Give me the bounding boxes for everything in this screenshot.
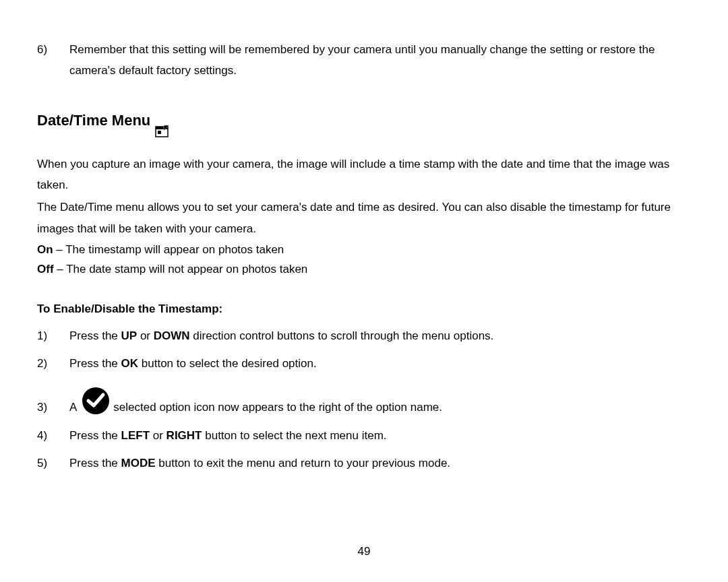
- list-content: Press the OK button to select the desire…: [69, 353, 691, 374]
- svg-rect-1: [158, 131, 161, 134]
- text: or: [137, 329, 154, 342]
- text: selected option icon now appears to the …: [113, 397, 442, 418]
- heading-text: Date/Time Menu: [37, 107, 150, 135]
- text: Press the: [69, 357, 121, 370]
- prior-list-item-6: 6) Remember that this setting will be re…: [37, 39, 691, 82]
- list-number: 4): [37, 425, 69, 446]
- step-4: 4) Press the LEFT or RIGHT button to sel…: [37, 425, 691, 446]
- text: Press the: [69, 429, 121, 442]
- list-number: 3): [37, 381, 69, 418]
- page-number: 49: [0, 541, 728, 562]
- step-3: 3) A selected option icon now appears to…: [37, 381, 691, 418]
- calendar-icon: [154, 120, 171, 135]
- bold-up: UP: [121, 329, 138, 342]
- intro-paragraph-2: The Date/Time menu allows you to set you…: [37, 197, 691, 239]
- off-label: Off: [37, 263, 54, 276]
- bold-ok: OK: [121, 357, 139, 370]
- step-2: 2) Press the OK button to select the des…: [37, 353, 691, 374]
- bold-right: RIGHT: [166, 429, 202, 442]
- list-number: 6): [37, 39, 69, 82]
- list-content: Press the UP or DOWN direction control b…: [69, 325, 691, 346]
- list-content: A selected option icon now appears to th…: [69, 381, 691, 418]
- on-option-line: On – The timestamp will appear on photos…: [37, 240, 691, 260]
- bold-down: DOWN: [154, 329, 190, 342]
- text: Press the: [69, 457, 121, 470]
- intro-paragraph-1: When you capture an image with your came…: [37, 154, 691, 196]
- text: A: [69, 397, 77, 418]
- list-content: Press the MODE button to exit the menu a…: [69, 453, 691, 474]
- text: button to select the desired option.: [138, 357, 317, 370]
- step-5: 5) Press the MODE button to exit the men…: [37, 453, 691, 474]
- section-heading: Date/Time Menu: [37, 107, 691, 135]
- text: or: [150, 429, 166, 442]
- list-content: Remember that this setting will be remem…: [69, 39, 691, 82]
- text: Press the: [69, 329, 121, 342]
- on-label: On: [37, 243, 53, 256]
- bold-left: LEFT: [121, 429, 150, 442]
- bold-mode: MODE: [121, 457, 156, 470]
- list-number: 2): [37, 353, 69, 374]
- list-number: 5): [37, 453, 69, 474]
- text: direction control buttons to scroll thro…: [190, 329, 494, 342]
- steps-list: 1) Press the UP or DOWN direction contro…: [37, 325, 691, 474]
- sub-heading: To Enable/Disable the Timestamp:: [37, 298, 691, 319]
- list-content: Press the LEFT or RIGHT button to select…: [69, 425, 691, 446]
- off-text: – The date stamp will not appear on phot…: [54, 263, 308, 276]
- text: button to exit the menu and return to yo…: [156, 457, 451, 470]
- checkmark-icon: [81, 386, 111, 416]
- off-option-line: Off – The date stamp will not appear on …: [37, 260, 691, 280]
- list-number: 1): [37, 325, 69, 346]
- step-1: 1) Press the UP or DOWN direction contro…: [37, 325, 691, 346]
- text: button to select the next menu item.: [202, 429, 387, 442]
- on-text: – The timestamp will appear on photos ta…: [53, 243, 284, 256]
